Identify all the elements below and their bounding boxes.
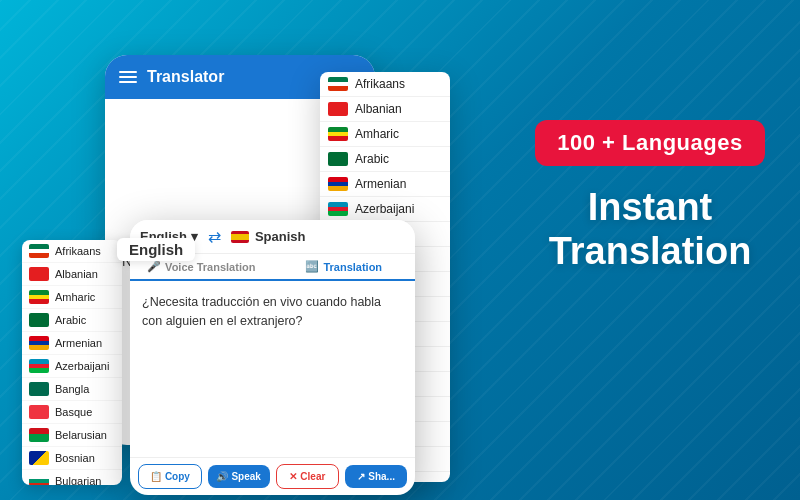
lang-item-left-amharic[interactable]: Amharic bbox=[22, 286, 122, 309]
language-name-left: Bosnian bbox=[55, 452, 95, 464]
to-language-label: Spanish bbox=[255, 229, 306, 244]
language-name-left: Albanian bbox=[55, 268, 98, 280]
flag-icon-left-al bbox=[29, 267, 49, 281]
lang-item-amharic[interactable]: Amharic bbox=[320, 122, 450, 147]
lang-item-afrikaans[interactable]: Afrikaans bbox=[320, 72, 450, 97]
language-list-left: AfrikaansAlbanianAmharicArabicArmenianAz… bbox=[22, 240, 122, 485]
language-name: Amharic bbox=[355, 127, 399, 141]
language-name: Albanian bbox=[355, 102, 402, 116]
languages-badge: 100 + Languages bbox=[535, 120, 764, 166]
speak-label: Speak bbox=[231, 471, 260, 482]
share-button[interactable]: ↗ Sha... bbox=[345, 465, 407, 488]
lang-item-left-azerbaijani[interactable]: Azerbaijani bbox=[22, 355, 122, 378]
clear-label: Clear bbox=[300, 471, 325, 482]
lang-item-left-bangla[interactable]: Bangla bbox=[22, 378, 122, 401]
flag-icon-left-et bbox=[29, 290, 49, 304]
flag-icon-left-by bbox=[29, 428, 49, 442]
english-label-overlay: English bbox=[117, 238, 195, 261]
language-name-left: Bangla bbox=[55, 383, 89, 395]
language-name: Azerbaijani bbox=[355, 202, 414, 216]
right-panel: 100 + Languages InstantTranslation bbox=[530, 120, 770, 273]
lang-item-left-arabic[interactable]: Arabic bbox=[22, 309, 122, 332]
lang-item-azerbaijani[interactable]: Azerbaijani bbox=[320, 197, 450, 222]
language-name-left: Belarusian bbox=[55, 429, 107, 441]
flag-icon-et bbox=[328, 127, 348, 141]
lang-item-albanian[interactable]: Albanian bbox=[320, 97, 450, 122]
clear-icon: ✕ bbox=[289, 471, 297, 482]
flag-icon-left-bd bbox=[29, 382, 49, 396]
flag-icon-left-am bbox=[29, 336, 49, 350]
language-name-left: Bulgarian bbox=[55, 475, 101, 485]
lang-item-left-afrikaans[interactable]: Afrikaans bbox=[22, 240, 122, 263]
language-name-left: Amharic bbox=[55, 291, 95, 303]
to-language-selector[interactable]: Spanish bbox=[255, 229, 306, 244]
flag-icon-left-za bbox=[29, 244, 49, 258]
tab-text-translation[interactable]: 🔤 Translation bbox=[273, 254, 416, 281]
translated-text: ¿Necesita traducción en vivo cuando habl… bbox=[142, 295, 381, 328]
flag-icon-left-bg bbox=[29, 474, 49, 485]
lang-item-armenian[interactable]: Armenian bbox=[320, 172, 450, 197]
language-name: Afrikaans bbox=[355, 77, 405, 91]
flag-icon-left-az bbox=[29, 359, 49, 373]
lang-item-left-bulgarian[interactable]: Bulgarian bbox=[22, 470, 122, 485]
tab-text-label: Translation bbox=[323, 261, 382, 273]
language-name-left: Armenian bbox=[55, 337, 102, 349]
lang-item-arabic[interactable]: Arabic bbox=[320, 147, 450, 172]
language-name-left: Azerbaijani bbox=[55, 360, 109, 372]
translate-icon: 🔤 bbox=[305, 260, 319, 273]
copy-label: Copy bbox=[165, 471, 190, 482]
lang-item-left-basque[interactable]: Basque bbox=[22, 401, 122, 424]
share-icon: ↗ bbox=[357, 471, 365, 482]
copy-icon: 📋 bbox=[150, 471, 162, 482]
mic-icon: 🎤 bbox=[147, 260, 161, 273]
translation-result-area: ¿Necesita traducción en vivo cuando habl… bbox=[130, 281, 415, 457]
share-label: Sha... bbox=[368, 471, 395, 482]
lang-item-left-belarusian[interactable]: Belarusian bbox=[22, 424, 122, 447]
speak-button[interactable]: 🔊 Speak bbox=[208, 465, 270, 488]
app-title: Translator bbox=[147, 68, 224, 86]
flag-icon-al bbox=[328, 102, 348, 116]
spanish-flag-icon bbox=[231, 231, 249, 243]
flag-icon-left-sa bbox=[29, 313, 49, 327]
flag-icon-left-es-basque bbox=[29, 405, 49, 419]
menu-icon[interactable] bbox=[119, 71, 137, 83]
flag-icon-am bbox=[328, 177, 348, 191]
tab-voice-label: Voice Translation bbox=[165, 261, 255, 273]
language-name-left: Basque bbox=[55, 406, 92, 418]
flag-icon-za bbox=[328, 77, 348, 91]
language-name: Armenian bbox=[355, 177, 406, 191]
lang-item-left-bosnian[interactable]: Bosnian bbox=[22, 447, 122, 470]
phone-front-card: English ▾ ⇄ Spanish 🎤 Voice Translation … bbox=[130, 220, 415, 495]
copy-button[interactable]: 📋 Copy bbox=[138, 464, 202, 489]
language-name: Arabic bbox=[355, 152, 389, 166]
action-bar: 📋 Copy 🔊 Speak ✕ Clear ↗ Sha... bbox=[130, 457, 415, 495]
speaker-icon: 🔊 bbox=[216, 471, 228, 482]
language-name-left: Afrikaans bbox=[55, 245, 101, 257]
swap-languages-button[interactable]: ⇄ bbox=[208, 227, 221, 246]
hero-title: InstantTranslation bbox=[530, 186, 770, 273]
lang-item-left-armenian[interactable]: Armenian bbox=[22, 332, 122, 355]
clear-button[interactable]: ✕ Clear bbox=[276, 464, 340, 489]
lang-item-left-albanian[interactable]: Albanian bbox=[22, 263, 122, 286]
flag-icon-left-ba bbox=[29, 451, 49, 465]
flag-icon-sa bbox=[328, 152, 348, 166]
flag-icon-az bbox=[328, 202, 348, 216]
language-name-left: Arabic bbox=[55, 314, 86, 326]
